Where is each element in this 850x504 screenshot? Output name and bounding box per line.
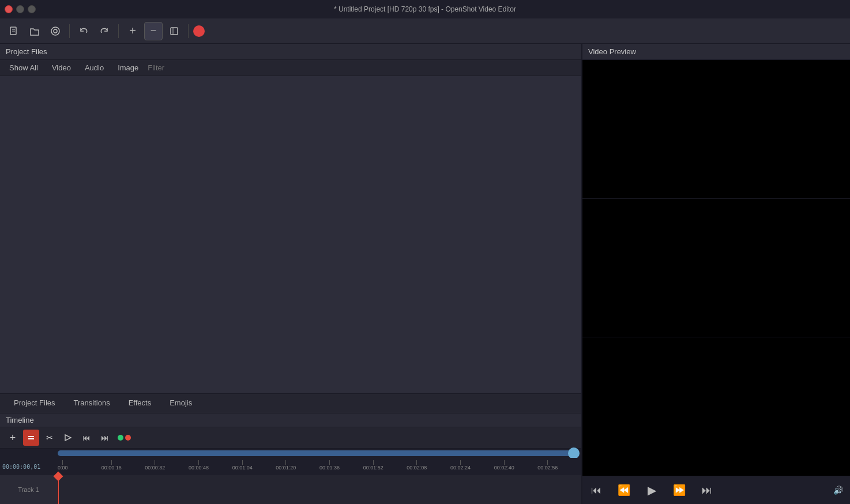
- tab-effects[interactable]: Effects: [119, 394, 161, 413]
- scrubber-area: 00:00:00,01 0:0000:00:1600:00:3200:00:48…: [0, 449, 581, 504]
- svg-point-3: [51, 27, 59, 35]
- svg-rect-8: [28, 438, 34, 439]
- enable-razor-button[interactable]: [60, 430, 76, 446]
- record-button[interactable]: [193, 25, 205, 37]
- ruler-tick: 00:01:36: [319, 458, 340, 471]
- ruler-row: 00:00:00,01 0:0000:00:1600:00:3200:00:48…: [0, 458, 581, 475]
- dot-controls: [118, 435, 131, 441]
- timeline-header: Timeline: [0, 413, 581, 427]
- redo-button[interactable]: [95, 22, 114, 40]
- preview-screen-3: [582, 337, 850, 476]
- ruler-tick: 00:00:16: [101, 458, 122, 471]
- timeline-scrubber[interactable]: [0, 449, 581, 458]
- volume-icon[interactable]: 🔊: [831, 483, 845, 497]
- video-preview-header: Video Preview: [582, 44, 850, 60]
- tab-emojis[interactable]: Emojis: [160, 394, 201, 413]
- save-project-button[interactable]: [46, 22, 65, 40]
- preview-jump-end-button[interactable]: ⏭: [698, 481, 716, 499]
- new-project-button[interactable]: [5, 22, 23, 40]
- ruler-tick: 00:02:08: [407, 458, 427, 471]
- window-title: * Untitled Project [HD 720p 30 fps] - Op…: [334, 5, 516, 13]
- window-controls: [5, 5, 36, 13]
- fullscreen-button[interactable]: [165, 22, 183, 40]
- ruler-tick: 00:02:56: [537, 458, 558, 471]
- add-track-button[interactable]: +: [5, 430, 21, 446]
- toolbar-separator-2: [118, 24, 119, 38]
- timeline-title: Timeline: [6, 416, 34, 424]
- toolbar: + −: [0, 18, 850, 44]
- playhead[interactable]: [58, 475, 59, 504]
- timeline-controls: + ✂ ⏮ ⏭: [0, 427, 581, 449]
- filter-input[interactable]: [148, 63, 263, 72]
- timecode-display: 00:00:00,01: [0, 458, 58, 475]
- svg-rect-7: [28, 436, 34, 437]
- ruler-tick: 00:01:20: [276, 458, 296, 471]
- ruler-tick: 00:00:32: [145, 458, 165, 471]
- toolbar-separator-3: [188, 24, 189, 38]
- files-tabs: Show All Video Audio Image: [0, 60, 581, 76]
- video-preview-title: Video Preview: [588, 47, 636, 56]
- scrubber-knob[interactable]: [568, 447, 580, 459]
- project-files-title: Project Files: [6, 47, 47, 56]
- tab-audio[interactable]: Audio: [80, 62, 108, 73]
- ruler-tick: 00:02:40: [494, 458, 514, 471]
- left-panel: Project Files Show All Video Audio Image…: [0, 44, 582, 504]
- preview-fast-forward-button[interactable]: ⏩: [670, 481, 689, 499]
- tab-show-all[interactable]: Show All: [5, 62, 43, 73]
- main-content: Project Files Show All Video Audio Image…: [0, 44, 850, 504]
- project-files-header: Project Files: [0, 44, 581, 60]
- minus-button[interactable]: −: [144, 22, 163, 40]
- preview-screen-2: [582, 199, 850, 338]
- svg-marker-9: [65, 435, 71, 441]
- preview-jump-start-button[interactable]: ⏮: [587, 481, 605, 499]
- scrubber-track[interactable]: [58, 450, 577, 456]
- track-area: Track 1: [0, 475, 581, 504]
- add-button[interactable]: +: [123, 22, 142, 40]
- jump-start-button[interactable]: ⏮: [78, 430, 95, 446]
- close-button[interactable]: [5, 5, 13, 13]
- preview-play-button[interactable]: ▶: [642, 481, 661, 499]
- snap-button[interactable]: [23, 430, 39, 446]
- ruler-tick: 00:01:52: [363, 458, 383, 471]
- timeline-section: Timeline + ✂ ⏮ ⏭: [0, 413, 581, 504]
- ruler-tick: 0:00: [58, 458, 68, 471]
- toolbar-separator-1: [69, 24, 70, 38]
- svg-point-4: [54, 29, 57, 33]
- maximize-button[interactable]: [28, 5, 36, 13]
- ruler-tick: 00:01:04: [232, 458, 253, 471]
- preview-rewind-button[interactable]: ⏪: [615, 481, 633, 499]
- right-panel: Video Preview ⏮ ⏪ ▶ ⏩ ⏭ 🔊: [582, 44, 850, 504]
- undo-button[interactable]: [74, 22, 93, 40]
- open-project-button[interactable]: [25, 22, 44, 40]
- titlebar: * Untitled Project [HD 720p 30 fps] - Op…: [0, 0, 850, 18]
- ruler-area[interactable]: 0:0000:00:1600:00:3200:00:4800:01:0400:0…: [58, 458, 581, 475]
- preview-controls: ⏮ ⏪ ▶ ⏩ ⏭ 🔊: [582, 476, 850, 504]
- minimize-button[interactable]: [16, 5, 24, 13]
- preview-screens: [582, 60, 850, 476]
- files-area: [0, 76, 581, 393]
- preview-screen-1: [582, 60, 850, 199]
- tab-video[interactable]: Video: [47, 62, 76, 73]
- svg-rect-5: [171, 28, 178, 35]
- jump-end-button[interactable]: ⏭: [97, 430, 113, 446]
- ruler-tick: 00:02:24: [450, 458, 471, 471]
- tab-image[interactable]: Image: [113, 62, 143, 73]
- track-label: Track 1: [0, 475, 58, 504]
- bottom-tabs: Project Files Transitions Effects Emojis: [0, 393, 581, 413]
- tab-transitions[interactable]: Transitions: [65, 394, 119, 413]
- green-dot: [118, 435, 123, 441]
- red-dot: [125, 435, 131, 441]
- razor-button[interactable]: ✂: [42, 430, 58, 446]
- tab-project-files[interactable]: Project Files: [5, 394, 65, 413]
- ruler-tick: 00:00:48: [189, 458, 209, 471]
